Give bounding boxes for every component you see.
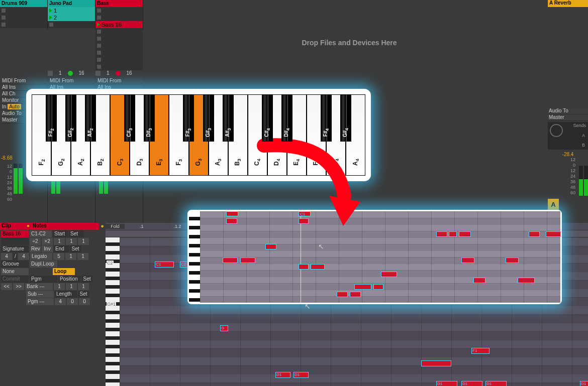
midi-note[interactable] [311,264,325,270]
black-key-G#2[interactable]: G#2 [65,94,76,142]
clip-slot[interactable] [95,56,143,63]
midi-note[interactable] [529,231,540,237]
loop-marker[interactable]: C1 [299,211,311,216]
groove-value[interactable]: None [1,268,29,275]
clip-slot[interactable] [95,49,143,56]
master-dropdown[interactable]: Master [548,114,588,121]
midi-note[interactable] [223,258,238,263]
return-activator[interactable]: A [548,199,559,210]
black-key-G#3[interactable]: G#3 [203,94,214,142]
midi-note[interactable] [350,292,361,297]
piano-roll-keys[interactable]: C2 G#1 [106,237,120,386]
rev-button[interactable]: Rev [30,245,41,252]
clip-slot[interactable] [0,14,47,21]
nav-prev-button[interactable]: << [1,283,12,290]
track-header-juno[interactable]: Juno Pad [48,0,95,7]
midi-note[interactable] [461,258,474,263]
clip-name-field[interactable]: Bass 16 [1,230,29,237]
midi-note[interactable] [518,278,535,283]
clip-slot[interactable] [95,7,143,14]
track-bass[interactable]: Bass Bass 16 [95,0,143,29]
midi-note[interactable] [421,360,451,366]
midi-note[interactable]: D1 [461,381,482,386]
midi-note[interactable] [449,231,457,237]
loop-marker[interactable] [226,211,238,216]
sub-field[interactable]: Sub --- [26,291,54,298]
midi-note[interactable] [459,231,471,237]
piano-keyboard[interactable]: F2G2A2B2C3D3E3F3G3A3B3C4D4E4F4G4A4F#2G#2… [32,94,365,176]
inv-button[interactable]: Inv [42,245,53,252]
midi-note[interactable] [299,264,309,270]
black-key-F#3[interactable]: F#3 [183,94,194,142]
track-juno[interactable]: Juno Pad 1 2 [48,0,95,29]
clip-slot[interactable] [48,21,95,28]
note-range[interactable]: C1-C2 [30,230,52,237]
track-header-drums[interactable]: Drums 909 [0,0,47,7]
pgm-field[interactable]: Pgm --- [26,298,54,305]
clip-slot-bass16[interactable]: Bass 16 [95,21,143,28]
black-key-A#2[interactable]: A#2 [85,94,96,142]
midi-note[interactable]: D1 [275,372,290,378]
clip-overlay-keys[interactable] [189,211,200,303]
return-track-a[interactable]: A Reverb [548,0,588,7]
stop-icon[interactable] [48,71,53,76]
clip-tab[interactable]: Clip● [0,223,31,230]
set-end-button[interactable]: Set [70,245,81,252]
clip-slot[interactable]: 2 [48,14,95,21]
midi-note[interactable] [265,244,276,249]
commit-button[interactable]: Commit [1,276,29,283]
midi-note[interactable]: D1 [580,381,588,386]
midi-note[interactable] [226,218,237,224]
midi-note[interactable] [299,218,309,224]
clip-slot[interactable] [95,63,143,70]
clip-slot[interactable] [0,21,47,28]
double-button[interactable]: ÷2 [30,238,41,245]
midi-note[interactable]: D1 [293,372,309,378]
midi-note[interactable] [240,258,255,263]
midi-note[interactable] [506,258,519,263]
clip-slot[interactable] [95,28,143,35]
nav-next-button[interactable]: >> [13,283,24,290]
clip-overlay-grid[interactable]: ↖ C1 [200,211,560,303]
dupl-loop-button[interactable]: Dupl.Loop [30,261,57,268]
clip-slot[interactable] [95,14,143,21]
midi-note[interactable] [373,284,383,290]
black-key-D#3[interactable]: D#3 [144,94,155,142]
track-drums[interactable]: Drums 909 [0,0,48,29]
clip-slot[interactable] [95,35,143,42]
legato-button[interactable]: Legato [30,253,52,260]
midi-note[interactable] [473,278,485,283]
black-key-A#3[interactable]: A#3 [223,94,234,142]
send-knob-a[interactable] [550,124,563,137]
midi-clip-overlay[interactable]: ↖ C1 [187,210,562,304]
midi-note[interactable] [337,292,348,297]
sig-num[interactable]: 4 [1,253,12,260]
midi-note[interactable]: G [220,325,228,331]
midi-note[interactable] [436,231,447,237]
midi-note[interactable] [354,284,371,290]
stop-icon[interactable] [95,71,101,76]
bank-field[interactable]: Bank --- [25,283,53,290]
set-start-button[interactable]: Set [69,230,84,237]
clip-slot[interactable] [0,7,47,14]
midi-note[interactable]: F1 [471,348,489,354]
loop-toggle[interactable]: Loop [53,268,75,275]
clip-slot[interactable] [95,42,143,49]
drop-area[interactable]: Drop Files and Devices Here [151,0,548,85]
black-key-F#4[interactable]: F#4 [321,94,332,142]
midi-note[interactable] [546,231,561,237]
black-key-F#2[interactable]: F#2 [46,94,57,142]
black-key-G#4[interactable]: G#4 [340,94,351,142]
track-header-bass[interactable]: Bass [95,0,143,7]
midi-note[interactable]: C1 [155,262,174,268]
half-button[interactable]: ×2 [42,238,53,245]
sig-den[interactable]: 4 [18,253,29,260]
black-key-D#4[interactable]: D#4 [281,94,292,142]
midi-note[interactable]: D1 [485,381,507,386]
black-key-C#4[interactable]: C#4 [262,94,273,142]
playhead[interactable] [301,211,301,303]
midi-note[interactable]: D1 [436,381,457,386]
clip-slot[interactable]: 1 [48,7,95,14]
notes-tab[interactable]: Notes [31,223,99,230]
midi-note[interactable] [381,272,397,277]
